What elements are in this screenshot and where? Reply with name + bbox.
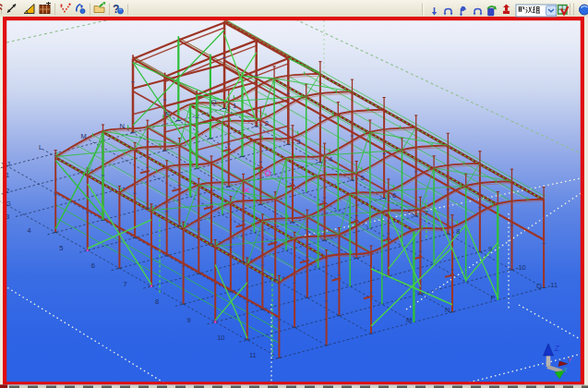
svg-text:X: X [562, 366, 569, 374]
svg-text:11: 11 [550, 281, 558, 289]
svg-text:8: 8 [456, 227, 460, 236]
svg-text:M: M [406, 316, 412, 324]
svg-text:6: 6 [91, 261, 95, 270]
svg-text:5: 5 [361, 174, 365, 182]
svg-text:M: M [81, 132, 87, 140]
svg-text:11: 11 [249, 351, 257, 359]
svg-text:7: 7 [425, 209, 428, 217]
svg-text:N: N [119, 122, 124, 130]
svg-text:9: 9 [187, 316, 191, 324]
svg-text:8: 8 [155, 297, 159, 306]
svg-text:P: P [491, 294, 496, 302]
svg-text:10: 10 [217, 333, 224, 342]
svg-text:Q: Q [210, 98, 216, 106]
svg-text:4: 4 [329, 155, 332, 164]
svg-text:9: 9 [488, 245, 492, 253]
svg-text:6: 6 [392, 191, 396, 200]
svg-text:Z: Z [554, 344, 560, 353]
svg-text:Q: Q [536, 282, 542, 290]
svg-text:1: 1 [233, 102, 236, 110]
svg-text:2: 2 [265, 119, 269, 127]
svg-text:4: 4 [28, 226, 31, 235]
svg-text:5: 5 [59, 244, 63, 252]
svg-text:3: 3 [296, 138, 300, 146]
svg-text:10: 10 [518, 263, 525, 272]
svg-text:P: P [165, 110, 170, 118]
svg-text:N: N [445, 306, 450, 314]
svg-text:J: J [6, 160, 10, 168]
svg-text:7: 7 [123, 280, 126, 288]
svg-text:L: L [39, 143, 42, 152]
